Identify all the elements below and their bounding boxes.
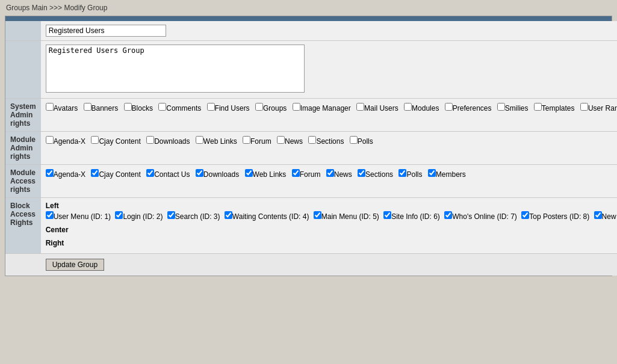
block-access-cell: LeftUser Menu (ID: 1) Login (ID: 2) Sear… <box>41 198 617 254</box>
module-admin-checkbox-downloads[interactable] <box>146 136 154 144</box>
block-left-item: New Members (ID: 9) <box>594 212 617 221</box>
module-admin-checkbox-cjay-content[interactable] <box>91 136 99 144</box>
module-admin-checkbox-polls[interactable] <box>350 136 358 144</box>
module-admin-row: ModuleAdminrights Agenda-X Cjay Content … <box>5 132 617 165</box>
update-group-button[interactable] <box>46 259 104 271</box>
checkbox-item: Polls <box>350 137 374 146</box>
checkbox-item: Agenda-X <box>46 170 89 179</box>
checkbox-item: Cjay Content <box>91 137 144 146</box>
system-admin-checkbox-find-users[interactable] <box>207 103 215 111</box>
module-admin-checkbox-news[interactable] <box>277 136 285 144</box>
system-admin-label-banners: Banners <box>91 104 119 113</box>
module-admin-label-cjay-content: Cjay Content <box>99 137 140 146</box>
system-admin-checkbox-avatars[interactable] <box>46 103 54 111</box>
checkbox-item: Preferences <box>445 104 495 113</box>
block-left-checkbox[interactable] <box>225 211 232 219</box>
block-left-item: Main Menu (ID: 5) <box>314 212 381 221</box>
checkbox-item: Downloads <box>146 137 193 146</box>
module-admin-checkbox-web-links[interactable] <box>196 136 203 144</box>
name-row <box>5 21 617 41</box>
block-access-row: BlockAccessRights LeftUser Menu (ID: 1) … <box>5 198 617 254</box>
block-left-item: Who's Online (ID: 7) <box>444 212 519 221</box>
block-left-label: New Members (ID: 9) <box>602 212 617 221</box>
block-left-checkbox[interactable] <box>444 211 452 219</box>
footer-empty <box>5 254 41 276</box>
description-input[interactable]: Registered Users Group <box>46 45 305 93</box>
system-admin-checkbox-preferences[interactable] <box>445 103 453 111</box>
checkbox-item: Contact Us <box>146 170 193 179</box>
block-left-checkbox[interactable] <box>115 211 123 219</box>
name-input[interactable] <box>46 25 166 37</box>
module-access-checkbox-agenda-x[interactable] <box>46 169 54 177</box>
system-admin-checkbox-groups[interactable] <box>255 103 263 111</box>
module-access-label-forum: Forum <box>300 170 321 179</box>
system-admin-checkbox-modules[interactable] <box>404 103 412 111</box>
block-left-checkbox[interactable] <box>383 211 391 219</box>
block-left-checkbox[interactable] <box>314 211 321 219</box>
module-access-checkbox-polls[interactable] <box>398 169 406 177</box>
module-admin-label-polls: Polls <box>358 137 373 146</box>
breadcrumb-parent[interactable]: Groups Main <box>6 4 48 12</box>
checkbox-item: Cjay Content <box>91 170 144 179</box>
system-admin-checkbox-image-manager[interactable] <box>293 103 300 111</box>
module-access-label: ModuleAccessrights <box>5 165 41 198</box>
system-admin-checkbox-templates[interactable] <box>534 103 542 111</box>
module-access-checkbox-news[interactable] <box>326 169 334 177</box>
checkbox-item: User Ranks <box>580 104 617 113</box>
module-admin-label-forum: Forum <box>250 137 271 146</box>
system-admin-label-find-users: Find Users <box>215 104 250 113</box>
system-admin-checkbox-smilies[interactable] <box>497 103 505 111</box>
block-left-title: Left <box>46 202 617 210</box>
module-admin-label-sections: Sections <box>316 137 344 146</box>
system-admin-label-modules: Modules <box>412 104 439 113</box>
block-left-label: Main Menu (ID: 5) <box>321 212 379 221</box>
checkbox-item: Comments <box>158 104 204 113</box>
system-admin-checkbox-mail-users[interactable] <box>356 103 364 111</box>
module-admin-checkbox-agenda-x[interactable] <box>46 136 54 144</box>
block-left-checkbox[interactable] <box>167 211 175 219</box>
system-admin-checkbox-user-ranks[interactable] <box>580 103 588 111</box>
checkbox-item: Downloads <box>196 170 243 179</box>
module-access-label-polls: Polls <box>406 170 422 179</box>
module-access-checkbox-contact-us[interactable] <box>146 169 154 177</box>
system-admin-checkbox-comments[interactable] <box>158 103 166 111</box>
system-admin-label-mail-users: Mail Users <box>364 104 398 113</box>
module-access-label-web-links: Web Links <box>253 170 287 179</box>
block-left-checkbox[interactable] <box>46 211 54 219</box>
block-left-section: LeftUser Menu (ID: 1) Login (ID: 2) Sear… <box>46 202 617 221</box>
system-admin-checkbox-banners[interactable] <box>84 103 91 111</box>
block-left-checkbox[interactable] <box>594 211 602 219</box>
module-access-label-downloads: Downloads <box>203 170 239 179</box>
form-table: Registered Users Group SystemAdminrights… <box>5 21 617 276</box>
page-container: Registered Users Group SystemAdminrights… <box>5 16 612 276</box>
checkbox-item: Sections <box>308 137 347 146</box>
checkbox-item: Web Links <box>245 170 290 179</box>
block-left-checkbox[interactable] <box>521 211 529 219</box>
system-admin-label-blocks: Blocks <box>132 104 153 113</box>
module-access-checkbox-sections[interactable] <box>358 169 365 177</box>
system-admin-label-comments: Comments <box>166 104 201 113</box>
checkbox-item: Mail Users <box>356 104 402 113</box>
module-access-row: ModuleAccessrights Agenda-X Cjay Content… <box>5 165 617 198</box>
block-center-section: Center <box>46 226 617 234</box>
checkbox-item: News <box>277 137 306 146</box>
module-access-checkbox-cjay-content[interactable] <box>91 169 99 177</box>
checkbox-item: Avatars <box>46 104 81 113</box>
module-access-checkbox-members[interactable] <box>428 169 436 177</box>
module-admin-checkbox-forum[interactable] <box>243 136 250 144</box>
block-left-label: Search (ID: 3) <box>175 212 220 221</box>
block-left-item: Site Info (ID: 6) <box>383 212 442 221</box>
module-access-checkbox-downloads[interactable] <box>196 169 203 177</box>
description-cell: Registered Users Group <box>41 41 617 99</box>
block-left-label: User Menu (ID: 1) <box>54 212 111 221</box>
module-access-checkbox-forum[interactable] <box>292 169 300 177</box>
block-left-label: Site Info (ID: 6) <box>391 212 440 221</box>
block-center-title: Center <box>46 226 617 234</box>
module-access-label-members: Members <box>436 170 466 179</box>
name-cell <box>41 21 617 41</box>
system-admin-checkbox-blocks[interactable] <box>124 103 132 111</box>
module-admin-checkbox-sections[interactable] <box>308 136 316 144</box>
module-access-checkbox-web-links[interactable] <box>245 169 253 177</box>
block-left-item: Top Posters (ID: 8) <box>521 212 591 221</box>
checkbox-item: News <box>326 170 355 179</box>
